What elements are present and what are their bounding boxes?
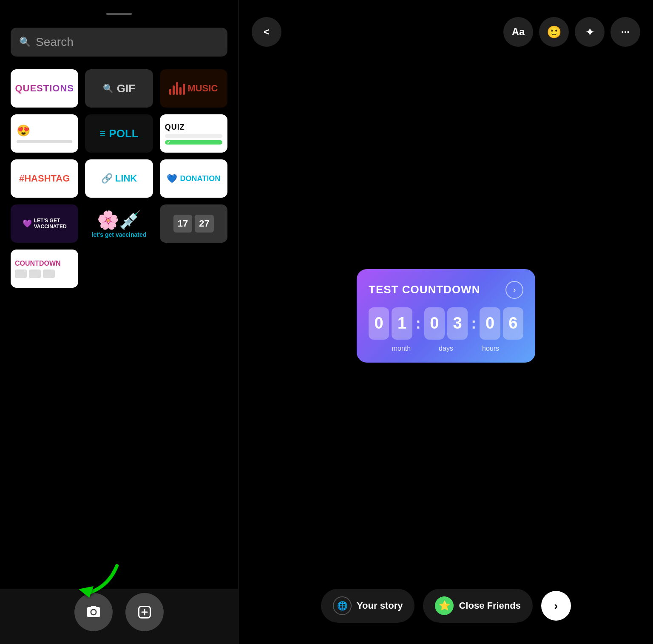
close-friends-button[interactable]: ⭐ Close Friends [423,589,532,623]
music-label: MUSIC [187,83,218,94]
sticker-music[interactable]: MUSIC [160,69,227,108]
publish-bar: 🌐 Your story ⭐ Close Friends › [239,576,653,644]
hashtag-label: #HASHTAG [19,173,70,184]
sticker-donation[interactable]: 💙 DONATION [160,159,227,198]
sticker-poll[interactable]: ≡ POLL [85,114,153,153]
chevron-right-icon: › [513,285,516,295]
countdown-widget-title: TEST COUNTDOWN [369,283,480,296]
add-sticker-icon [137,604,152,620]
more-button[interactable]: ··· [610,17,640,47]
donation-label: DONATION [180,174,220,183]
countdown-time-labels: month days hours [369,345,523,352]
countdown-bars [15,270,55,278]
bottom-action-bar [0,589,238,644]
countdown-widget[interactable]: TEST COUNTDOWN › 0 1 : 0 3 : 0 6 month d… [357,269,535,363]
link-label: LINK [115,173,137,184]
vacc-anim-label: let's get vaccinated [92,231,147,238]
more-icon: ··· [621,26,630,38]
back-icon: < [264,26,270,38]
next-chevron-icon: › [554,599,558,613]
search-icon: 🔍 [19,37,31,48]
sticker-vacc-animated[interactable]: 🌸💉 let's get vaccinated [85,204,153,243]
sticker-picker-panel: 🔍 QUESTIONS 🔍 GIF MUSIC 😍 [0,0,238,644]
digit-1: 1 [392,307,412,340]
sticker-hashtag[interactable]: #HASHTAG [11,159,78,198]
effects-button[interactable]: ✦ [575,17,605,47]
camera-icon [86,604,101,620]
story-editor-panel: < Aa 🙂 ✦ ··· TEST COUNTDOWN › [239,0,653,644]
sticker-vaccinated[interactable]: 💜 LET'S GETVACCINATED [11,204,78,243]
link-icon: 🔗 [101,173,113,184]
countdown-digits: 0 1 : 0 3 : 0 6 [369,307,523,340]
your-story-label: Your story [357,600,403,611]
add-sticker-button[interactable] [125,593,164,631]
quiz-title: QUIZ [165,123,185,132]
sticker-link[interactable]: 🔗 LINK [85,159,153,198]
sticker-emoji-slider[interactable]: 😍 [11,114,78,153]
gif-label: GIF [117,82,135,95]
slider-track [17,140,72,143]
text-label: Aa [512,26,525,38]
questions-label: QUESTIONS [15,83,74,94]
camera-button[interactable] [74,593,113,631]
drag-handle [106,13,132,15]
colon-2: : [470,315,477,332]
story-canvas: TEST COUNTDOWN › 0 1 : 0 3 : 0 6 month d… [239,55,653,576]
countdown-header: TEST COUNTDOWN › [369,281,523,299]
hours-label: hours [462,345,519,352]
toolbar-right-actions: Aa 🙂 ✦ ··· [503,17,640,47]
text-button[interactable]: Aa [503,17,533,47]
colon-1: : [415,315,422,332]
back-button[interactable]: < [252,17,281,47]
your-story-button[interactable]: 🌐 Your story [321,589,415,623]
empty-slot [85,250,153,288]
close-friends-label: Close Friends [459,600,520,611]
digit-3: 3 [447,307,468,340]
digit-2: 0 [424,307,445,340]
sticker-questions[interactable]: QUESTIONS [11,69,78,108]
countdown-bar-2 [29,270,41,278]
countdown-title: COUNTDOWN [15,260,61,267]
countdown-bar-1 [15,270,27,278]
digit-0: 0 [369,307,389,340]
sticker-icon: 🙂 [547,25,562,39]
quiz-check-icon: ✓ [167,139,171,145]
days-label: days [430,345,462,352]
sticker-grid: QUESTIONS 🔍 GIF MUSIC 😍 ≡ POLL [11,69,227,288]
sticker-button[interactable]: 🙂 [539,17,569,47]
vacc-emoji-icon: 🌸💉 [97,210,141,230]
month-label: month [373,345,430,352]
sticker-quiz[interactable]: QUIZ ✓ [160,114,227,153]
next-button[interactable]: › [541,591,571,621]
sticker-gif[interactable]: 🔍 GIF [85,69,153,108]
time-block-2: 27 [195,215,213,233]
vaccinated-label: LET'S GETVACCINATED [34,218,67,230]
countdown-bar-3 [43,270,55,278]
sticker-time[interactable]: 17 27 [160,204,227,243]
quiz-bar-empty [165,134,222,138]
empty-slot-2 [160,250,227,288]
heart-icon: 💜 [23,219,32,228]
search-bar[interactable]: 🔍 [11,28,227,57]
search-input[interactable] [36,35,219,49]
star-icon: ⭐ [435,596,454,615]
poll-icon: ≡ [99,128,105,139]
globe-icon: 🌐 [333,596,352,615]
quiz-bar-correct: ✓ [165,140,222,145]
countdown-next-button[interactable]: › [505,281,523,299]
sticker-countdown[interactable]: COUNTDOWN [11,250,78,288]
music-bars-icon [169,82,185,95]
poll-label: POLL [109,127,138,140]
digit-5: 6 [503,307,523,340]
top-toolbar: < Aa 🙂 ✦ ··· [239,0,653,55]
digit-4: 0 [480,307,500,340]
donation-icon: 💙 [167,173,177,184]
emoji-icon: 😍 [17,124,30,137]
effects-icon: ✦ [585,25,595,39]
time-block-1: 17 [173,215,192,233]
gif-search-icon: 🔍 [103,83,114,94]
